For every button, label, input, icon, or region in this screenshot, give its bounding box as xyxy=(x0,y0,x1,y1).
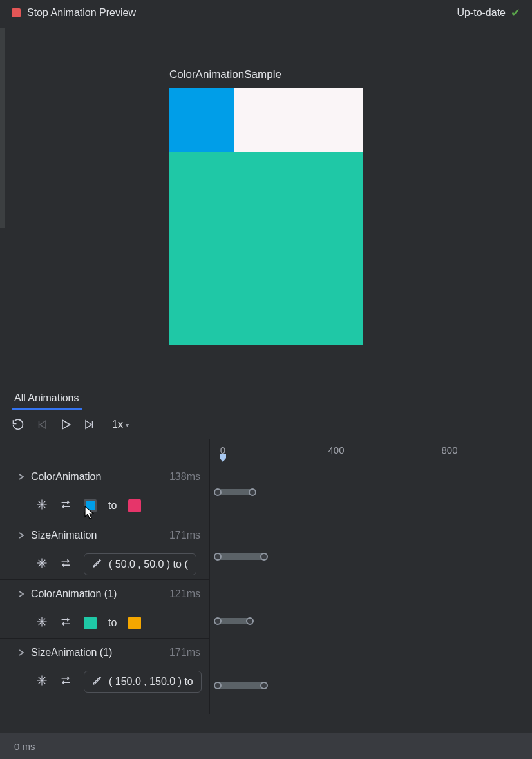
pencil-icon xyxy=(92,558,102,571)
axis-tick: 400 xyxy=(328,445,344,456)
to-color-swatch[interactable] xyxy=(128,617,141,629)
timeline-track[interactable] xyxy=(210,585,532,649)
size-value: ( 50.0 , 50.0 ) to ( xyxy=(109,559,188,570)
status-text: Up-to-date xyxy=(457,7,506,19)
tabs: All Animations xyxy=(0,387,532,410)
timeline-area: ColorAnimation 138ms to Siz xyxy=(0,439,532,714)
animation-duration: 138ms xyxy=(169,471,200,483)
keyframe-handle[interactable] xyxy=(214,617,222,625)
preview-small-square xyxy=(169,88,234,152)
animation-name: SizeAnimation (1) xyxy=(31,647,163,658)
preview-canvas xyxy=(169,88,363,345)
keyframe-handle[interactable] xyxy=(260,682,268,689)
keyframe-handle[interactable] xyxy=(260,553,268,561)
chevron-right-icon[interactable] xyxy=(18,472,24,483)
chevron-right-icon[interactable] xyxy=(18,589,24,600)
keyframe-handle[interactable] xyxy=(214,682,222,689)
animation-duration: 121ms xyxy=(169,588,200,600)
swap-icon[interactable] xyxy=(59,499,72,512)
status-indicator: Up-to-date ✔ xyxy=(457,6,520,20)
animation-name: ColorAnimation xyxy=(31,471,163,483)
preview-large-square xyxy=(169,152,363,345)
to-color-swatch[interactable] xyxy=(128,499,141,512)
speed-label: 1x xyxy=(112,419,123,430)
footer-time: 0 ms xyxy=(14,741,35,752)
animation-row[interactable]: ColorAnimation 138ms to xyxy=(0,463,209,521)
freeze-icon[interactable] xyxy=(36,616,48,630)
stop-icon xyxy=(12,8,21,17)
toolbar-title: Stop Animation Preview xyxy=(27,7,136,19)
animation-duration: 171ms xyxy=(169,530,200,541)
timeline-track[interactable] xyxy=(210,649,532,714)
stop-animation-button[interactable]: Stop Animation Preview xyxy=(12,7,136,19)
playhead-handle[interactable] xyxy=(219,454,227,463)
animation-name: ColorAnimation (1) xyxy=(31,588,163,600)
animation-list: ColorAnimation 138ms to Siz xyxy=(0,439,210,714)
playhead-line xyxy=(223,439,223,714)
animation-row[interactable]: SizeAnimation (1) 171ms ( 150.0 , 150.0 … xyxy=(0,638,209,697)
to-label: to xyxy=(108,617,117,629)
timeline-bar[interactable] xyxy=(215,489,255,495)
freeze-icon[interactable] xyxy=(36,499,48,513)
cursor-icon xyxy=(84,505,95,521)
keyframe-handle[interactable] xyxy=(214,488,222,496)
animation-duration: 171ms xyxy=(169,647,200,658)
toolbar: Stop Animation Preview Up-to-date ✔ xyxy=(0,0,532,26)
swap-icon[interactable] xyxy=(59,558,72,571)
animation-name: SizeAnimation xyxy=(31,530,163,541)
to-label: to xyxy=(108,500,117,512)
chevron-down-icon: ▾ xyxy=(126,421,129,428)
svg-marker-3 xyxy=(86,421,91,428)
svg-marker-1 xyxy=(40,421,46,428)
timeline-bar[interactable] xyxy=(215,618,252,624)
svg-marker-2 xyxy=(62,420,70,428)
size-value-input[interactable]: ( 150.0 , 150.0 ) to xyxy=(84,671,202,693)
swap-icon[interactable] xyxy=(59,675,72,688)
playback-controls: 1x ▾ xyxy=(0,410,532,439)
from-color-swatch[interactable] xyxy=(84,617,97,629)
axis-tick: 800 xyxy=(441,445,457,456)
keyframe-handle[interactable] xyxy=(249,488,256,496)
keyframe-handle[interactable] xyxy=(246,617,254,625)
preview-label: ColorAnimationSample xyxy=(169,68,363,81)
check-icon: ✔ xyxy=(511,6,520,20)
freeze-icon[interactable] xyxy=(36,557,48,572)
footer: 0 ms xyxy=(0,733,532,759)
keyframe-handle[interactable] xyxy=(214,553,222,561)
animation-row[interactable]: ColorAnimation (1) 121ms to xyxy=(0,579,209,638)
timeline-tracks[interactable]: 0 400 800 xyxy=(210,439,532,714)
chevron-right-icon[interactable] xyxy=(18,648,24,658)
speed-dropdown[interactable]: 1x ▾ xyxy=(112,419,129,430)
swap-icon[interactable] xyxy=(59,617,72,629)
timeline-axis: 0 400 800 xyxy=(210,439,532,463)
size-value-input[interactable]: ( 50.0 , 50.0 ) to ( xyxy=(84,553,196,575)
step-forward-button[interactable] xyxy=(84,419,95,430)
size-value: ( 150.0 , 150.0 ) to xyxy=(109,676,193,687)
chevron-right-icon[interactable] xyxy=(18,530,24,541)
play-button[interactable] xyxy=(59,418,72,431)
step-back-button[interactable] xyxy=(36,419,48,430)
pencil-icon xyxy=(92,675,102,688)
timeline-track[interactable] xyxy=(210,521,532,585)
preview-area: ColorAnimationSample xyxy=(0,26,532,387)
timeline-track[interactable] xyxy=(210,463,532,521)
freeze-icon[interactable] xyxy=(36,675,48,689)
animation-row[interactable]: SizeAnimation 171ms ( 50.0 , 50.0 ) to ( xyxy=(0,521,209,579)
tab-all-animations[interactable]: All Animations xyxy=(12,387,82,410)
reset-button[interactable] xyxy=(12,418,24,431)
